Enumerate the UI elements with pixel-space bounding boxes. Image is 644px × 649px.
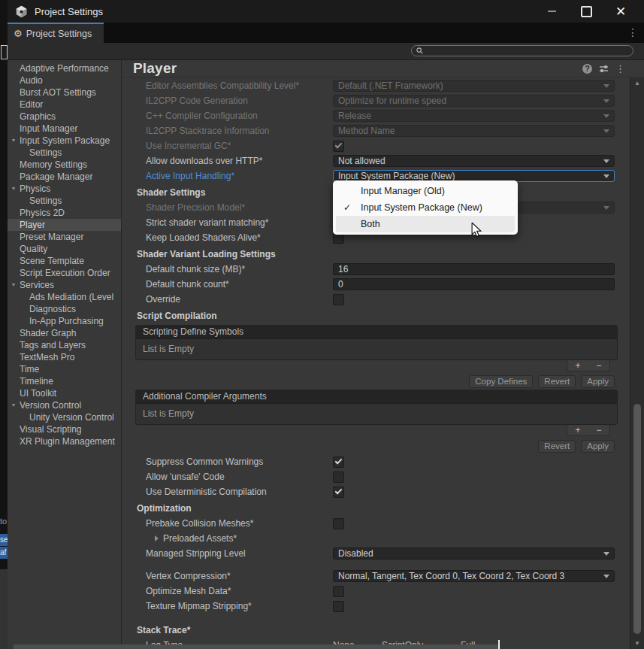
row-label: Use Incremental GC* [146, 141, 333, 151]
sidebar-item[interactable]: Script Execution Order [8, 267, 121, 279]
sidebar-list: Adaptive Performance Audio Burst AOT Set… [8, 62, 121, 447]
apply-button[interactable]: Apply [581, 375, 615, 388]
sidebar-item[interactable]: ▼ Services [8, 279, 121, 291]
revert-button[interactable]: Revert [538, 440, 576, 453]
dropdown[interactable]: Optimize for runtime speed [333, 95, 615, 107]
popup-option-input-manager-old[interactable]: Input Manager (Old) [333, 183, 518, 199]
sidebar-item[interactable]: ▼ Version Control [8, 399, 121, 411]
sidebar-item[interactable]: Shader Graph [8, 327, 121, 339]
help-icon[interactable]: ? [582, 64, 592, 74]
dropdown[interactable]: Release [333, 110, 615, 122]
dropdown[interactable]: Method Name [333, 125, 615, 137]
sidebar-item[interactable]: Audio [8, 74, 121, 86]
sidebar-item[interactable]: TextMesh Pro [8, 351, 121, 363]
popup-option-both[interactable]: Both [336, 216, 515, 232]
revert-button[interactable]: Revert [538, 375, 576, 388]
dropdown[interactable]: Default (.NET Framework) [333, 80, 615, 92]
sidebar-item-label: Physics [20, 183, 50, 194]
sidebar-item-label: TextMesh Pro [20, 352, 74, 362]
listbox-title[interactable]: Scripting Define Symbols [136, 326, 617, 339]
sidebar-item[interactable]: Unity Version Control [8, 411, 121, 423]
row-label: IL2CPP Stacktrace Information [146, 126, 333, 136]
reorderable-list: Scripting Define Symbols List is Empty [135, 325, 618, 360]
sidebar-item[interactable]: UI Toolkit [8, 387, 121, 399]
sidebar-item[interactable]: In-App Purchasing [8, 315, 121, 327]
background-selection-fragment: af [0, 547, 8, 559]
add-button[interactable]: + [575, 426, 580, 435]
sidebar-item[interactable]: Preset Manager [8, 231, 121, 243]
sidebar-item[interactable]: Settings [8, 195, 121, 207]
checkbox[interactable] [333, 487, 344, 498]
checkbox[interactable] [333, 141, 344, 152]
sidebar-item[interactable]: Player [8, 219, 121, 231]
sidebar-item-label: Time [20, 364, 39, 375]
search-input[interactable] [411, 45, 633, 56]
dropdown[interactable]: Disabled [333, 547, 615, 560]
foldout-expanded-icon[interactable]: ▼ [9, 399, 18, 411]
text-field[interactable]: 16 [333, 263, 615, 275]
dropdown-value: Normal, Tangent, Tex Coord 0, Tex Coord … [338, 571, 599, 581]
close-button[interactable]: ✕ [603, 0, 638, 23]
preset-sliders-icon[interactable] [599, 64, 609, 74]
apply-button[interactable]: Apply [581, 440, 615, 453]
scroll-up-icon[interactable]: ▲ [630, 80, 644, 86]
foldout-collapsed-icon[interactable] [155, 535, 159, 541]
dropdown[interactable]: Not allowed [333, 155, 615, 167]
sidebar-item[interactable]: Visual Scripting [8, 423, 121, 435]
tab-bar: ⚙ Project Settings ⋮ [8, 23, 644, 43]
sidebar-item[interactable]: Quality [8, 243, 121, 255]
sidebar-item[interactable]: Memory Settings [8, 159, 121, 171]
settings-sidebar[interactable]: Adaptive Performance Audio Burst AOT Set… [8, 60, 122, 649]
remove-button[interactable]: − [596, 426, 601, 435]
sidebar-item[interactable]: XR Plugin Management [8, 435, 121, 447]
checkbox[interactable] [333, 586, 344, 597]
listbox-title[interactable]: Additional Compiler Arguments [136, 390, 617, 404]
foldout-expanded-icon[interactable]: ▼ [9, 135, 18, 147]
sidebar-item[interactable]: Burst AOT Settings [8, 86, 121, 99]
sidebar-item[interactable]: Package Manager [8, 171, 121, 183]
checkbox[interactable] [333, 518, 344, 529]
sidebar-item[interactable]: Input Manager [8, 123, 121, 135]
sidebar-item-label: Physics 2D [20, 208, 65, 218]
sidebar-item[interactable]: Graphics [8, 111, 121, 123]
foldout-expanded-icon[interactable]: ▼ [9, 183, 18, 195]
sidebar-item[interactable]: Ads Mediation (Level [8, 291, 121, 303]
sidebar-item-label: Scene Template [20, 256, 84, 266]
sidebar-item[interactable]: Tags and Layers [8, 339, 121, 351]
sidebar-item[interactable]: Diagnostics [8, 303, 121, 315]
minimize-button[interactable] [534, 0, 569, 23]
foldout-expanded-icon[interactable]: ▼ [9, 279, 18, 291]
sidebar-item[interactable]: Physics 2D [8, 207, 121, 219]
sidebar-item[interactable]: Scene Template [8, 255, 121, 267]
copy-defines-button[interactable]: Copy Defines [469, 375, 533, 388]
tab-project-settings[interactable]: ⚙ Project Settings [8, 23, 104, 43]
checkbox[interactable] [333, 601, 344, 612]
row-label: IL2CPP Code Generation [146, 96, 333, 106]
checkbox[interactable] [333, 472, 344, 483]
checkbox[interactable] [333, 456, 344, 468]
text-field[interactable]: 0 [333, 278, 615, 290]
sidebar-item[interactable]: Editor [8, 99, 121, 111]
vertical-scrollbar[interactable]: ▲ ▼ [630, 77, 644, 649]
chevron-down-icon [603, 552, 609, 556]
scrollbar-thumb[interactable] [633, 404, 641, 634]
scroll-down-icon[interactable]: ▼ [630, 640, 644, 647]
panel-header: Player ? ⋮ [122, 60, 630, 77]
row-label: Shader Precision Model* [146, 202, 333, 213]
sidebar-item[interactable]: Timeline [8, 375, 121, 387]
popup-option-input-system-package-new[interactable]: ✓ Input System Package (New) [333, 199, 518, 216]
remove-button[interactable]: − [596, 361, 601, 370]
sidebar-item[interactable]: Settings [8, 147, 121, 159]
dropdown[interactable]: Normal, Tangent, Tex Coord 0, Tex Coord … [333, 570, 615, 582]
window-titlebar[interactable]: Project Settings ✕ [8, 0, 644, 23]
sidebar-item[interactable]: Time [8, 363, 121, 375]
sidebar-item[interactable]: ▼ Physics [8, 183, 121, 195]
tab-menu-dots-icon[interactable]: ⋮ [627, 23, 638, 43]
add-button[interactable]: + [575, 361, 580, 370]
sidebar-item[interactable]: ▼ Input System Package [8, 135, 121, 147]
row-label: Keep Loaded Shaders Alive* [146, 232, 333, 243]
sidebar-item[interactable]: Adaptive Performance [8, 62, 121, 74]
checkbox[interactable] [333, 294, 344, 305]
maximize-button[interactable] [569, 0, 603, 23]
panel-menu-dots-icon[interactable]: ⋮ [615, 64, 625, 74]
